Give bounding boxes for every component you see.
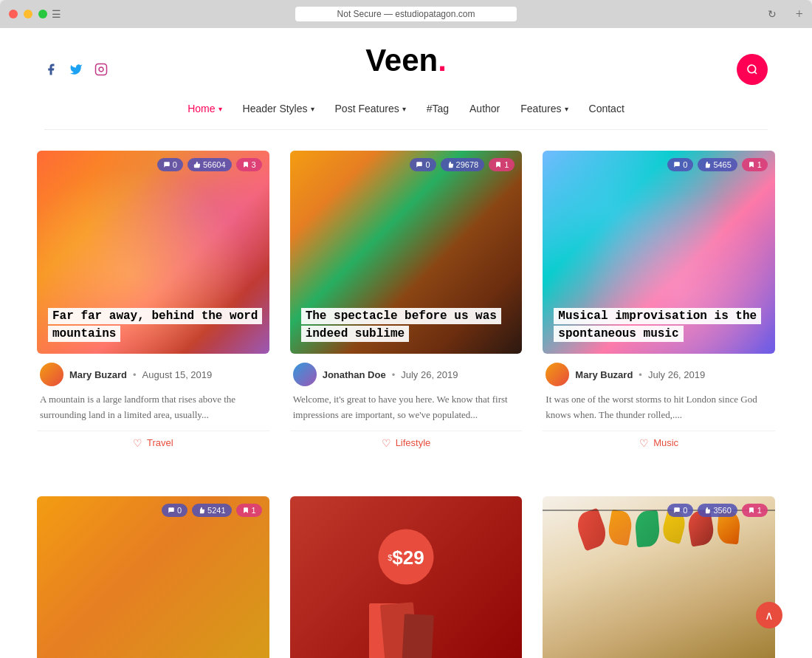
category-icon: ♡ bbox=[133, 437, 142, 449]
category-icon-3: ♡ bbox=[639, 437, 649, 449]
cards-grid-row1: 0 56604 3 Far far away, behind the word … bbox=[0, 130, 812, 476]
flash-price: $29 bbox=[392, 546, 424, 568]
nav-features[interactable]: Features ▾ bbox=[520, 103, 568, 114]
nav-tag-label: #Tag bbox=[427, 103, 449, 114]
nav-tag[interactable]: #Tag bbox=[427, 103, 449, 114]
bookmarks-badge-4: 1 bbox=[236, 504, 262, 517]
nav-contact-label: Contact bbox=[589, 103, 625, 114]
site-logo[interactable]: Veen. bbox=[365, 43, 447, 78]
author-avatar-2 bbox=[293, 363, 317, 386]
bookmarks-count-3: 1 bbox=[757, 160, 762, 169]
post-date-1: August 15, 2019 bbox=[142, 369, 213, 380]
nav-author[interactable]: Author bbox=[469, 103, 500, 114]
page-content: Veen. Home ▾ Header Styles ▾ Post F bbox=[0, 28, 812, 658]
search-button[interactable] bbox=[737, 54, 768, 85]
address-bar[interactable]: Not Secure — estudiopatagon.com bbox=[295, 7, 517, 21]
card-3-badges: 0 5465 1 bbox=[667, 158, 768, 171]
header-top: Veen. bbox=[44, 43, 768, 92]
chevron-down-icon: ▾ bbox=[402, 105, 406, 113]
card-1-title: Far far away, behind the word mountains bbox=[48, 308, 262, 342]
instagram-link[interactable] bbox=[94, 63, 108, 76]
card-1-image[interactable]: 0 56604 3 Far far away, behind the word … bbox=[37, 151, 269, 354]
card-6-badges: 0 3560 1 bbox=[667, 504, 768, 517]
chevron-down-icon: ▾ bbox=[311, 105, 314, 113]
card-3-title: Musical improvisation is the spontaneous… bbox=[554, 308, 761, 342]
maximize-button[interactable] bbox=[38, 10, 47, 18]
card-1-excerpt: A mountain is a large landform that rise… bbox=[37, 391, 269, 431]
comments-badge: 0 bbox=[157, 158, 183, 171]
bookmarks-count-6: 1 bbox=[757, 506, 762, 515]
nav-header-styles[interactable]: Header Styles ▾ bbox=[243, 103, 314, 114]
bookmarks-count-2: 1 bbox=[504, 160, 509, 169]
category-label-1: Travel bbox=[147, 437, 173, 448]
svg-rect-0 bbox=[96, 64, 107, 75]
likes-count: 56604 bbox=[203, 160, 226, 169]
comments-badge-3: 0 bbox=[667, 158, 693, 171]
minimize-button[interactable] bbox=[24, 10, 32, 18]
card-1-title-box: Far far away, behind the word mountains bbox=[48, 307, 258, 343]
comment-count-6: 0 bbox=[683, 506, 687, 515]
site-header: Veen. Home ▾ Header Styles ▾ Post F bbox=[0, 28, 812, 130]
card-4: 0 5241 1 bbox=[37, 496, 269, 658]
logo-dot: . bbox=[438, 43, 447, 78]
card-3-image[interactable]: 0 5465 1 Musical improvisation is the sp… bbox=[543, 151, 775, 354]
bookmarks-badge-6: 1 bbox=[742, 504, 768, 517]
nav-post-features[interactable]: Post Features ▾ bbox=[335, 103, 406, 114]
comment-count-3: 0 bbox=[683, 160, 687, 169]
nav-home[interactable]: Home ▾ bbox=[187, 103, 221, 114]
comments-badge-6: 0 bbox=[667, 504, 693, 517]
card-4-badges: 0 5241 1 bbox=[162, 504, 262, 517]
nav-contact[interactable]: Contact bbox=[589, 103, 625, 114]
card-6-image[interactable]: 0 3560 1 bbox=[543, 496, 775, 658]
social-icons bbox=[44, 63, 108, 76]
likes-badge-4: 5241 bbox=[192, 504, 231, 517]
twitter-link[interactable] bbox=[69, 63, 83, 76]
svg-point-2 bbox=[748, 65, 756, 73]
facebook-link[interactable] bbox=[44, 63, 58, 76]
card-3: 0 5465 1 Musical improvisation is the sp… bbox=[543, 151, 775, 455]
author-name-2: Jonathan Doe bbox=[323, 369, 386, 380]
category-icon-2: ♡ bbox=[382, 437, 391, 449]
likes-badge-3: 5465 bbox=[698, 158, 737, 171]
close-button[interactable] bbox=[9, 10, 18, 18]
new-tab-button[interactable]: + bbox=[796, 7, 803, 22]
card-2: 0 29678 1 The spectacle before us was in… bbox=[290, 151, 523, 455]
card-2-category[interactable]: ♡ Lifestyle bbox=[290, 431, 523, 455]
cards-grid-row2: 0 5241 1 bbox=[0, 476, 812, 658]
author-name-1: Mary Buzard bbox=[69, 369, 127, 380]
card-4-image[interactable]: 0 5241 1 bbox=[37, 496, 269, 658]
likes-badge-2: 29678 bbox=[441, 158, 485, 171]
comment-count-2: 0 bbox=[425, 160, 430, 169]
card-2-image[interactable]: 0 29678 1 The spectacle before us was in… bbox=[290, 151, 523, 354]
likes-badge: 56604 bbox=[187, 158, 232, 171]
category-label-2: Lifestyle bbox=[396, 437, 431, 448]
card-5-image[interactable]: $$29 Flash Sale! bbox=[290, 496, 523, 658]
card-3-meta: Mary Buzard • July 26, 2019 bbox=[543, 354, 775, 391]
nav-features-label: Features bbox=[520, 103, 561, 114]
card-2-excerpt: Welcome, it's great to have you here. We… bbox=[290, 391, 523, 431]
card-1-badges: 0 56604 3 bbox=[157, 158, 262, 171]
author-avatar-1 bbox=[40, 363, 63, 386]
comment-count-4: 0 bbox=[177, 506, 182, 515]
card-3-category[interactable]: ♡ Music bbox=[543, 431, 775, 455]
card-2-badges: 0 29678 1 bbox=[410, 158, 515, 171]
comments-badge-2: 0 bbox=[410, 158, 436, 171]
card-2-meta: Jonathan Doe • July 26, 2019 bbox=[290, 354, 523, 391]
reload-button[interactable]: ↻ bbox=[768, 8, 777, 21]
likes-count-4: 5241 bbox=[207, 506, 225, 515]
likes-count-6: 3560 bbox=[713, 506, 731, 515]
card-5-flash: $$29 Flash Sale! bbox=[290, 496, 523, 658]
nav-home-label: Home bbox=[187, 103, 215, 114]
card-2-title: The spectacle before us was indeed subli… bbox=[301, 308, 501, 342]
scroll-top-button[interactable]: ∧ bbox=[756, 602, 782, 628]
chevron-down-icon: ▾ bbox=[565, 105, 568, 113]
category-label-3: Music bbox=[653, 437, 678, 448]
card-1-category[interactable]: ♡ Travel bbox=[37, 431, 269, 455]
browser-titlebar: ☰ Not Secure — estudiopatagon.com ↻ + bbox=[0, 0, 812, 28]
post-date-3: July 26, 2019 bbox=[648, 369, 705, 380]
bookmarks-badge-3: 1 bbox=[742, 158, 768, 171]
bookmarks-count: 3 bbox=[252, 160, 256, 169]
author-avatar-3 bbox=[546, 363, 569, 386]
card-1-meta: Mary Buzard • August 15, 2019 bbox=[37, 354, 269, 391]
card-6: 0 3560 1 bbox=[543, 496, 775, 658]
